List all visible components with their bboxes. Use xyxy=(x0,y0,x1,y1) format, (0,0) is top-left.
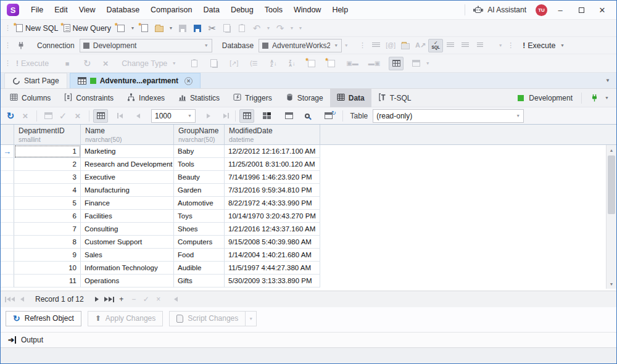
scroll-down-icon[interactable]: ▼ xyxy=(607,279,616,289)
column-header-button[interactable] xyxy=(281,109,296,123)
cut-button[interactable]: ✂ xyxy=(205,22,220,35)
cell-name[interactable]: Marketing xyxy=(81,145,174,158)
tab-triggers[interactable]: Triggers xyxy=(226,89,279,107)
increase-indent-button[interactable] xyxy=(458,39,473,52)
table-row[interactable]: 7ConsultingShoes1/21/2016 12:43:37.160 A… xyxy=(1,223,616,236)
execute-button[interactable]: ! Execute xyxy=(520,39,558,52)
grid-view-button[interactable] xyxy=(389,57,404,70)
first-page-button[interactable] xyxy=(114,110,125,122)
decrease-indent-button[interactable] xyxy=(443,39,458,52)
table-mode-select[interactable]: (read-only) ▼ xyxy=(373,109,524,123)
menu-database[interactable]: Database xyxy=(101,1,146,19)
stop-refresh-button[interactable]: × xyxy=(18,109,33,123)
cell-name[interactable]: Consulting xyxy=(81,223,174,236)
previous-page-button[interactable] xyxy=(133,110,144,122)
cancel-changes-grid-button[interactable] xyxy=(324,57,339,70)
refresh-object-button[interactable]: ↻ Refresh Object xyxy=(6,311,81,326)
cell-groupname[interactable]: Food xyxy=(174,249,225,262)
toolbar-grip[interactable]: ⋮ xyxy=(2,41,14,49)
tab-constraints[interactable]: Constraints xyxy=(57,89,120,107)
table-row[interactable]: 3ExecutiveBeauty7/14/1996 1:46:23.920 PM xyxy=(1,171,616,184)
cell-departmentid[interactable]: 2 xyxy=(14,158,81,171)
cell-groupname[interactable]: Shoes xyxy=(174,223,225,236)
cancel-edit-button[interactable]: × xyxy=(70,109,85,123)
new-file-button[interactable] xyxy=(137,22,152,35)
previous-record-button[interactable] xyxy=(17,293,28,305)
aggregates-button[interactable]: (☰ xyxy=(246,57,261,70)
end-edit-button[interactable]: ✓ xyxy=(141,293,152,305)
tab-t-sql[interactable]: T-SQL xyxy=(371,89,418,107)
execute-query-button[interactable]: ! Execute xyxy=(14,57,51,70)
cell-departmentid[interactable]: 8 xyxy=(14,236,81,249)
cell-departmentid[interactable]: 9 xyxy=(14,249,81,262)
copy-results-button[interactable] xyxy=(187,57,202,70)
cell-departmentid[interactable]: 7 xyxy=(14,223,81,236)
editor-overflow-dropdown[interactable]: ▼ xyxy=(496,39,505,52)
cell-groupname[interactable]: Audible xyxy=(174,262,225,275)
new-connection-button[interactable] xyxy=(14,39,28,52)
cell-modifieddate[interactable]: 12/2/2012 12:16:17.100 AM xyxy=(225,145,320,158)
tab-indexes[interactable]: Indexes xyxy=(120,89,172,107)
menu-comparison[interactable]: Comparison xyxy=(145,1,197,19)
windows-layout-button[interactable] xyxy=(207,57,222,70)
table-row[interactable]: 9SalesFood1/14/2004 1:40:21.680 AM xyxy=(1,249,616,262)
scroll-up-icon[interactable]: ▲ xyxy=(607,145,616,155)
execute-dropdown[interactable]: ▼ xyxy=(558,39,566,52)
script-changes-dropdown[interactable]: ▼ xyxy=(246,311,257,326)
paste-button[interactable] xyxy=(234,22,249,35)
cell-groupname[interactable]: Tools xyxy=(174,158,225,171)
cell-name[interactable]: Information Technology xyxy=(81,262,174,275)
first-record-button[interactable] xyxy=(4,293,15,305)
cell-name[interactable]: Customer Support xyxy=(81,236,174,249)
cell-modifieddate[interactable]: 8/22/1972 4:43:33.990 PM xyxy=(225,197,320,210)
cell-groupname[interactable]: Beauty xyxy=(174,171,225,184)
menu-data[interactable]: Data xyxy=(197,1,225,19)
card-view-toggle[interactable] xyxy=(259,109,274,123)
refresh-data-button[interactable]: ↻ xyxy=(3,109,18,123)
format-code-button[interactable] xyxy=(473,39,487,52)
apply-changes-button[interactable]: ⬆ Apply Changes xyxy=(88,311,163,326)
cancel-edit-button[interactable]: × xyxy=(153,293,164,305)
cell-departmentid[interactable]: 5 xyxy=(14,197,81,210)
open-file-dropdown[interactable]: ▼ xyxy=(167,22,175,35)
cancel-button[interactable]: × xyxy=(98,57,113,70)
redo-dropdown[interactable]: ▼ xyxy=(288,22,296,35)
toolbar-grip[interactable]: ⋮ xyxy=(357,41,368,49)
maximize-button[interactable] xyxy=(571,1,592,19)
tab-statistics[interactable]: Statistics xyxy=(172,89,226,107)
cell-modifieddate[interactable]: 1/14/2004 1:40:21.680 AM xyxy=(225,249,320,262)
user-avatar[interactable]: TU xyxy=(536,4,547,16)
table-row[interactable]: 11OperationsGifts5/30/2009 3:13:33.890 P… xyxy=(1,275,616,287)
ai-assistant-button[interactable]: AI Assistant xyxy=(487,6,526,14)
cell-modifieddate[interactable]: 7/31/2016 9:59:34.810 PM xyxy=(225,184,320,197)
minimize-button[interactable]: – xyxy=(550,1,571,19)
menu-debug[interactable]: Debug xyxy=(225,1,259,19)
sort-asc-button[interactable]: AZ↓ xyxy=(266,57,281,70)
close-button[interactable]: ✕ xyxy=(592,1,613,19)
connection-overflow-dropdown[interactable]: ▼ xyxy=(342,39,350,52)
cell-groupname[interactable]: Toys xyxy=(174,210,225,223)
cell-name[interactable]: Sales xyxy=(81,249,174,262)
cell-modifieddate[interactable]: 10/14/1970 3:20:43.270 PM xyxy=(225,210,320,223)
list-members-button[interactable] xyxy=(368,39,383,52)
cell-departmentid[interactable]: 4 xyxy=(14,184,81,197)
sql-syntax-check-button[interactable]: ✓SQL xyxy=(428,39,443,52)
tab-storage[interactable]: Storage xyxy=(279,89,330,107)
open-file-button[interactable] xyxy=(152,22,167,35)
new-window-dropdown[interactable]: ▼ xyxy=(128,22,137,35)
column-header-modifieddate[interactable]: ModifiedDatedatetime xyxy=(225,125,320,144)
cell-modifieddate[interactable]: 7/14/1996 1:46:23.920 PM xyxy=(225,171,320,184)
find-button[interactable] xyxy=(301,109,316,123)
cell-modifieddate[interactable]: 11/25/2001 8:31:00.120 AM xyxy=(225,158,320,171)
tab-data[interactable]: Data xyxy=(330,89,371,107)
apply-changes-grid-button[interactable] xyxy=(304,57,319,70)
scrollbar-thumb[interactable] xyxy=(608,155,615,214)
hscroll-left-button[interactable] xyxy=(170,293,181,305)
word-complete-button[interactable]: A↗ xyxy=(413,39,428,52)
view-overflow-dropdown[interactable]: ▼ xyxy=(423,57,432,70)
column-header-name[interactable]: Namenvarchar(50) xyxy=(81,125,174,144)
cell-departmentid[interactable]: 1 xyxy=(14,145,81,158)
tab-list-dropdown[interactable]: ▼ xyxy=(605,78,610,83)
table-row[interactable]: 6FacilitiesToys10/14/1970 3:20:43.270 PM xyxy=(1,210,616,223)
save-button[interactable] xyxy=(175,22,190,35)
